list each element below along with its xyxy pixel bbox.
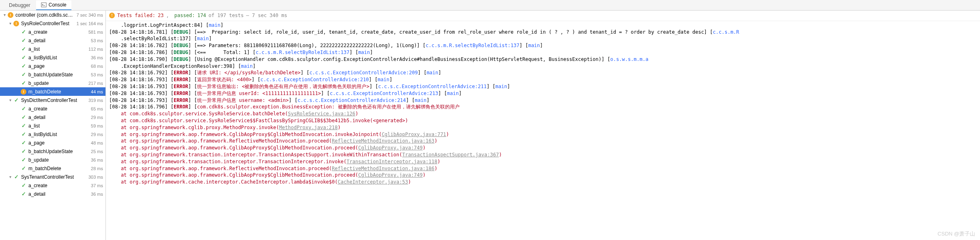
log-link[interactable]: c.c.s.c.ExceptionControllerAdvice:209	[309, 70, 418, 76]
test-pass-icon: ✓	[20, 165, 27, 172]
test-pass-icon: ✓	[20, 37, 27, 44]
tree-row-a-detail[interactable]: ✓a_detail36 ms	[0, 190, 105, 198]
log-link[interactable]: main	[415, 97, 427, 103]
tree-label: a_create	[28, 106, 89, 112]
tree-duration: 48 ms	[89, 141, 103, 145]
log-line: at org.springframework.transaction.inter…	[109, 151, 977, 158]
log-link[interactable]: main	[528, 43, 540, 48]
tree-row-a-listbyidlist[interactable]: ✓a_listByIdList29 ms	[0, 130, 105, 138]
log-link[interactable]: c.c.s.m.R	[713, 29, 739, 35]
test-pass-icon: ✓	[20, 140, 27, 146]
tree-row-a-list[interactable]: ✓a_list112 ms	[0, 45, 105, 53]
tree-row-b-update[interactable]: ✓b_update217 ms	[0, 79, 105, 87]
tree-duration: 29 ms	[89, 115, 103, 120]
tree-duration: 53 ms	[89, 38, 103, 43]
tab-console[interactable]: Console	[36, 0, 71, 10]
test-pass-icon: ✓	[20, 123, 27, 129]
tree-duration: 29 ms	[89, 132, 103, 137]
log-link[interactable]: o.s.w.s.m.m.a	[610, 56, 648, 62]
tree-duration: 68 ms	[89, 64, 103, 69]
tree-row-b-update[interactable]: ✓b_update36 ms	[0, 156, 105, 164]
tree-row-sysrolecontrollertest[interactable]: ▾!SysRoleControllerTest1 sec 164 ms	[0, 19, 105, 28]
log-link[interactable]: c.c.s.m.R.selectByRoleIdList:137	[256, 50, 349, 55]
tree-row-a-create[interactable]: ✓a_create65 ms	[0, 104, 105, 113]
log-link[interactable]: c.c.s.c.ExceptionControllerAdvice:210	[260, 77, 369, 82]
log-link[interactable]: main	[241, 63, 253, 69]
tree-row-a-detail[interactable]: ✓a_detail29 ms	[0, 113, 105, 121]
stack-link[interactable]: TransactionAspectSupport.java:367	[402, 152, 499, 158]
tree-duration: 44 ms	[89, 89, 103, 94]
tree-duration: 36 ms	[89, 55, 103, 60]
test-tree-panel[interactable]: ▾!controller (com.cdk8s.sculptor)7 sec 3…	[0, 11, 106, 240]
log-link[interactable]: c.c.s.c.ExceptionControllerAdvice:211	[378, 84, 486, 89]
status-duration: – 7 sec 340 ms	[246, 12, 287, 19]
stack-link[interactable]: SysRoleService.java:126	[288, 111, 355, 117]
tree-row-b-batchupdatestate[interactable]: ✓b_batchUpdateState53 ms	[0, 70, 105, 79]
log-line: at org.springframework.aop.framework.Ref…	[109, 165, 977, 172]
test-pass-icon: ✓	[20, 71, 27, 78]
log-link[interactable]: main	[209, 22, 221, 28]
log-line: at org.springframework.cache.interceptor…	[109, 179, 977, 186]
console-output[interactable]: .logprint.LogPrintAspect:84] [main][08-2…	[106, 21, 980, 190]
status-passed-count: 174	[197, 12, 206, 19]
tree-row-controller--com-cdk8s-sculptor-[interactable]: ▾!controller (com.cdk8s.sculptor)7 sec 3…	[0, 11, 105, 19]
stack-link[interactable]: MethodProxy.java:218	[279, 125, 338, 130]
tree-row-systenantcontrollertest[interactable]: ▾✓SysTenantControllerTest303 ms	[0, 173, 105, 181]
stack-link[interactable]: CglibAopProxy.java:771	[382, 132, 446, 137]
stack-link[interactable]: TransactionInterceptor.java:118	[346, 159, 437, 164]
log-link[interactable]: main	[358, 50, 370, 55]
tree-label: a_detail	[28, 38, 89, 43]
status-failed-count: 23	[158, 12, 163, 19]
log-link[interactable]: main	[378, 77, 389, 82]
log-line: .selectByRoleIdList:137] [main]	[109, 35, 977, 42]
tab-debugger[interactable]: Debugger	[4, 1, 35, 10]
tree-row-a-create[interactable]: ✓a_create37 ms	[0, 181, 105, 190]
log-line: at com.cdk8s.sculptor.service.SysRoleSer…	[109, 117, 977, 124]
tree-label: a_detail	[28, 191, 89, 197]
log-link[interactable]: c.c.s.c.ExceptionControllerAdvice:213	[330, 91, 438, 96]
tree-label: m_batchDelete	[28, 89, 89, 95]
log-line: at com.cdk8s.sculptor.service.SysRoleSer…	[109, 110, 977, 117]
log-line: [08-28 14:18:16.793] [ERROR] [返回异常状态码: <…	[109, 76, 977, 83]
log-link[interactable]: main	[447, 91, 459, 96]
tree-row-m-batchdelete[interactable]: ✓m_batchDelete28 ms	[0, 164, 105, 173]
toolwindow-tabs: Debugger Console	[0, 0, 980, 11]
log-link[interactable]: main	[495, 84, 507, 89]
tree-duration: 1 sec 164 ms	[75, 21, 103, 26]
tree-row-a-detail[interactable]: ✓a_detail53 ms	[0, 36, 105, 45]
tree-duration: 217 ms	[87, 81, 103, 86]
log-link[interactable]: c.c.s.m.R.selectByRoleIdList:137	[426, 43, 519, 48]
tree-row-m-batchdelete[interactable]: !m_batchDelete44 ms	[0, 87, 105, 96]
log-link[interactable]: c.c.s.c.ExceptionControllerAdvice:214	[298, 97, 406, 103]
log-line: at org.springframework.aop.framework.Cgl…	[109, 172, 977, 179]
main-split: ▾!controller (com.cdk8s.sculptor)7 sec 3…	[0, 11, 980, 240]
stack-link[interactable]: CglibAopProxy.java:749	[358, 145, 423, 151]
log-line: [08-28 14:18:16.782] [DEBUG] [==> Parame…	[109, 42, 977, 49]
stack-link[interactable]: ReflectiveMethodInvocation.java:186	[332, 166, 434, 171]
test-pass-icon: ✓	[13, 174, 19, 180]
stack-link[interactable]: CglibAopProxy.java:749	[358, 172, 423, 178]
tree-row-b-batchupdatestate[interactable]: ✓b_batchUpdateState25 ms	[0, 147, 105, 156]
stack-link[interactable]: ReflectiveMethodInvocation.java:163	[332, 138, 434, 144]
log-line: [08-28 14:18:16.793] [ERROR] [统一异常用户信息 u…	[109, 90, 977, 97]
tree-row-a-list[interactable]: ✓a_list59 ms	[0, 121, 105, 130]
tree-row-a-create[interactable]: ✓a_create581 ms	[0, 28, 105, 36]
tree-label: a_create	[28, 29, 87, 35]
tree-label: a_create	[28, 183, 89, 188]
tree-row-sysdictitemcontrollertest[interactable]: ▾✓SysDictItemControllerTest319 ms	[0, 96, 105, 104]
chevron-icon[interactable]: ▾	[2, 13, 7, 17]
log-line: at org.springframework.aop.framework.Cgl…	[109, 131, 977, 138]
chevron-icon[interactable]: ▾	[7, 98, 13, 102]
chevron-icon[interactable]: ▾	[7, 21, 13, 26]
log-line: .ExceptionHandlerExceptionResolver:398] …	[109, 63, 977, 70]
log-link[interactable]: main	[427, 70, 438, 76]
tree-row-a-listbyidlist[interactable]: ✓a_listByIdList36 ms	[0, 53, 105, 62]
tree-label: a_listByIdList	[28, 132, 89, 137]
tree-row-a-page[interactable]: ✓a_page68 ms	[0, 62, 105, 70]
log-link[interactable]: main	[197, 36, 209, 41]
tree-label: a_listByIdList	[28, 55, 89, 61]
log-line: at org.springframework.aop.framework.Ref…	[109, 138, 977, 145]
tree-row-a-page[interactable]: ✓a_page48 ms	[0, 138, 105, 147]
stack-link[interactable]: CacheInterceptor.java:53	[338, 179, 408, 185]
chevron-icon[interactable]: ▾	[7, 175, 13, 179]
